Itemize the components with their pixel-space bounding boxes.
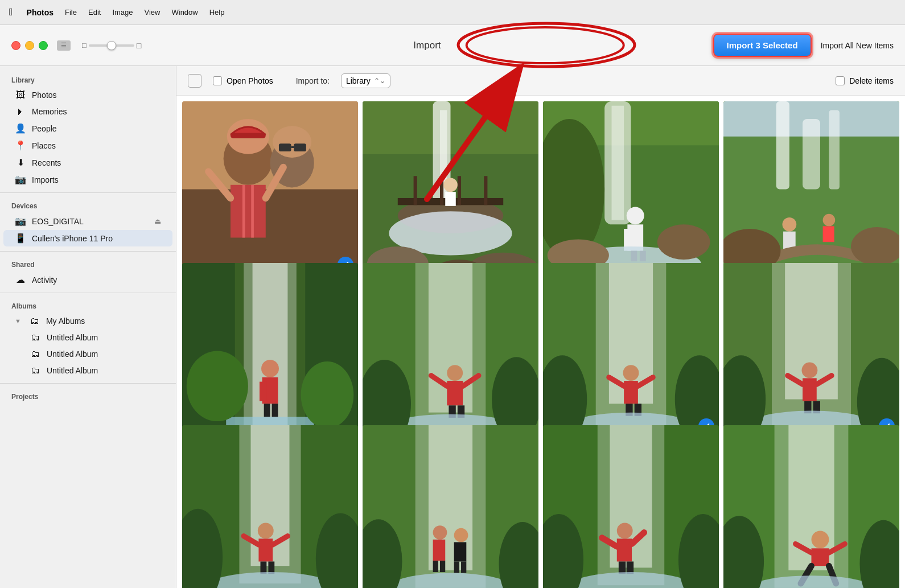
app-menu-photos[interactable]: Photos [27, 8, 54, 17]
photo-cell-6[interactable]: ✓ [543, 263, 719, 439]
imports-icon: 📷 [15, 174, 26, 185]
sidebar-iphone-label: Cullen's iPhone 11 Pro [32, 234, 113, 243]
sidebar-item-photos[interactable]: 🖼 Photos [3, 87, 172, 103]
svg-point-120 [433, 525, 447, 540]
sidebar-item-imports[interactable]: 📷 Imports [3, 171, 172, 188]
photo-cell-3[interactable] [723, 101, 899, 277]
sidebar-my-albums-label: My Albums [46, 316, 85, 326]
photo-cell-7[interactable]: ✓ [723, 263, 899, 439]
sidebar-item-album-3[interactable]: 🗂 Untitled Album [3, 363, 172, 379]
photo-cell-5[interactable] [363, 263, 538, 439]
svg-rect-35 [612, 106, 624, 220]
sidebar-item-my-albums[interactable]: ▼ 🗂 My Albums [3, 313, 172, 329]
svg-rect-123 [454, 542, 467, 561]
svg-rect-127 [461, 561, 466, 573]
photo-cell-4[interactable] [182, 263, 358, 439]
photo-cell-11[interactable] [723, 425, 899, 588]
sidebar-item-album-1[interactable]: 🗂 Untitled Album [3, 330, 172, 346]
eject-icon[interactable]: ⏏ [154, 217, 161, 225]
photo-cell-10[interactable] [543, 425, 719, 588]
photo-cell-0[interactable]: ✓ [182, 101, 358, 277]
menu-view[interactable]: View [145, 8, 161, 17]
svg-rect-138 [619, 561, 626, 574]
zoom-slider[interactable]: □ □ [82, 41, 141, 50]
my-albums-icon: 🗂 [29, 316, 40, 326]
sidebar-places-label: Places [32, 141, 56, 150]
svg-point-61 [261, 360, 279, 377]
sidebar-item-memories[interactable]: ⏵ Memories [3, 104, 172, 120]
photo-image-8 [182, 425, 358, 588]
import-all-button[interactable]: Import All New Items [821, 41, 894, 50]
sidebar-memories-label: Memories [32, 107, 67, 116]
sidebar-item-eos[interactable]: 📷 EOS_DIGITAL ⏏ [3, 213, 172, 229]
menu-edit[interactable]: Edit [88, 8, 101, 17]
toolbar-title-area: Import [141, 40, 713, 51]
svg-rect-147 [812, 548, 829, 566]
svg-rect-63 [260, 382, 266, 401]
sidebar-recents-label: Recents [32, 158, 61, 167]
sidebar-toggle-icon[interactable]: ☰ [57, 40, 71, 51]
sidebar-separator-4 [0, 383, 176, 384]
delete-items-container: Delete items [836, 76, 894, 85]
sidebar-eos-label: EOS_DIGITAL [32, 217, 84, 226]
import-panel: Open Photos Import to: Library ⌃⌄ Delete… [176, 66, 905, 588]
svg-point-37 [627, 207, 644, 224]
sidebar-separator-1 [0, 192, 176, 193]
sidebar-item-iphone[interactable]: 📱 Cullen's iPhone 11 Pro [3, 230, 172, 246]
sidebar-separator-3 [0, 293, 176, 293]
delete-items-label: Delete items [849, 76, 894, 85]
sidebar-people-label: People [32, 124, 57, 133]
menu-image[interactable]: Image [112, 8, 133, 17]
sidebar-item-people[interactable]: 👤 People [3, 120, 172, 137]
import-to-select[interactable]: Library ⌃⌄ [341, 73, 390, 88]
recents-icon: ⬇ [15, 157, 26, 168]
svg-point-122 [454, 528, 468, 542]
open-photos-checkbox[interactable] [213, 76, 222, 85]
svg-rect-125 [440, 561, 445, 572]
window-controls: ☰ [57, 40, 71, 51]
import-to-value: Library [346, 76, 371, 85]
minimize-button[interactable] [25, 41, 34, 50]
maximize-button[interactable] [39, 41, 48, 50]
open-photos-container: Open Photos [213, 76, 273, 85]
svg-rect-65 [272, 404, 278, 417]
window-toolbar: ☰ □ □ Import Import 3 Selected Import Al… [0, 25, 905, 66]
sidebar-activity-label: Activity [32, 276, 57, 285]
sidebar-imports-label: Imports [32, 175, 59, 184]
svg-point-84 [623, 365, 639, 381]
photo-image-5 [363, 263, 538, 439]
photo-cell-8[interactable] [182, 425, 358, 588]
sidebar-item-places[interactable]: 📍 Places [3, 137, 172, 154]
photo-cell-1[interactable] [363, 101, 538, 277]
svg-rect-121 [433, 540, 446, 561]
import-selected-button[interactable]: Import 3 Selected [713, 34, 812, 57]
close-button[interactable] [11, 41, 20, 50]
apple-menu-icon[interactable]:  [9, 6, 13, 18]
svg-point-146 [812, 531, 829, 548]
sidebar-item-activity[interactable]: ☁ Activity [3, 272, 172, 288]
svg-point-108 [258, 523, 274, 538]
photos-icon: 🖼 [15, 90, 26, 100]
sidebar-item-recents[interactable]: ⬇ Recents [3, 154, 172, 171]
menu-window[interactable]: Window [171, 8, 198, 17]
activity-icon: ☁ [15, 274, 26, 285]
disclosure-icon: ▼ [15, 318, 21, 324]
toolbar-right-actions: Import 3 Selected Import All New Items [713, 34, 894, 57]
import-selected-wrapper: Import 3 Selected [713, 34, 812, 57]
svg-rect-139 [627, 561, 634, 574]
menu-help[interactable]: Help [209, 8, 225, 17]
sidebar-item-album-2[interactable]: 🗂 Untitled Album [3, 346, 172, 362]
svg-rect-73 [447, 381, 463, 405]
svg-rect-85 [624, 381, 638, 404]
menu-file[interactable]: File [65, 8, 77, 17]
svg-rect-64 [264, 404, 270, 417]
photo-cell-9[interactable] [363, 425, 538, 588]
svg-point-134 [617, 523, 633, 538]
delete-items-checkbox[interactable] [836, 76, 845, 85]
photo-cell-2[interactable] [543, 101, 719, 277]
menubar:  Photos File Edit Image View Window Hel… [0, 0, 905, 25]
svg-rect-113 [268, 561, 274, 574]
select-all-checkbox[interactable] [188, 74, 201, 88]
photo-image-2 [543, 101, 719, 277]
toolbar-title: Import [413, 40, 441, 51]
